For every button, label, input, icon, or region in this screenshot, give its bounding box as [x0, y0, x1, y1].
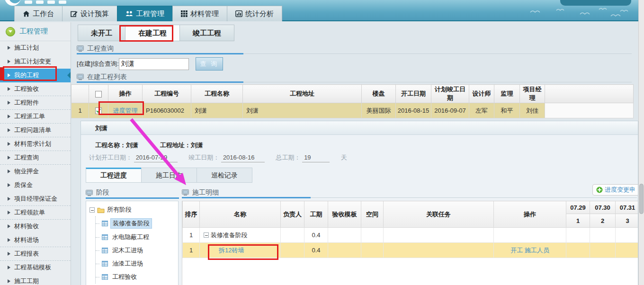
select-all-checkbox[interactable]: [95, 91, 102, 98]
tab-inspection-record[interactable]: 巡检记录: [197, 168, 252, 183]
sidebar-item-plan-change[interactable]: 施工计划变更: [0, 55, 71, 69]
sidebar-item-property-deposit[interactable]: 物业押金: [0, 165, 71, 178]
tree-item-label: 水电隐蔽工程: [110, 232, 151, 242]
row-start-date: 2016-08-15: [396, 103, 431, 118]
monitor-icon: [182, 189, 189, 196]
tree-item-stage[interactable]: 工程验收: [96, 270, 178, 284]
sidebar: 工程管理 施工计划 施工计划变更 我的工程 工程验收 工程附件 工程派工单 工程…: [0, 22, 71, 285]
plus-icon: [596, 187, 603, 193]
start-work-link[interactable]: 开工: [510, 247, 523, 254]
sidebar-item-dispatch-order[interactable]: 工程派工单: [0, 110, 71, 124]
cell-responsible: [281, 243, 304, 258]
row-checkbox[interactable]: [95, 107, 102, 114]
col-project-address: 工程地址: [243, 85, 362, 103]
tree-root-label: 所有阶段: [107, 205, 132, 214]
sidebar-item-construction-duration[interactable]: 施工工期: [0, 275, 71, 285]
sidebar-item-material-entry[interactable]: 材料进场: [0, 233, 71, 247]
tree-item-stage[interactable]: 泥木工进场: [96, 244, 178, 257]
duration-unit: 天: [341, 154, 347, 161]
project-list-table: 操作 工程编号 工程名称 工程地址 楼盘 开工日期 计划竣工日期 设计师 监理 …: [71, 84, 634, 118]
tree-item-label: 油漆工进场: [110, 259, 145, 268]
sidebar-item-project-acceptance[interactable]: 工程验收: [0, 82, 71, 96]
nav-tab-statistics[interactable]: 统计分析: [227, 6, 282, 21]
sidebar-item-material-demand-plan[interactable]: 材料需求计划: [0, 137, 71, 151]
collapse-icon[interactable]: [204, 232, 209, 238]
tree-item-stage[interactable]: 装修准备阶段: [96, 216, 178, 231]
nav-tab-workbench[interactable]: 工作台: [14, 6, 62, 21]
row-project-code: P1606030002: [143, 103, 191, 118]
nav-tab-design-budget[interactable]: 设计预算: [62, 6, 117, 21]
project-info-line: 工程名称：刘潇 工程地址：刘潇: [95, 141, 203, 150]
detail-tabs: 工程进度 施工日志 巡检记录: [86, 168, 252, 183]
row-project-name: 刘潇: [191, 103, 243, 118]
sidebar-item-my-projects[interactable]: 我的工程: [0, 69, 71, 82]
main-content: 未开工 在建工程 竣工工程 工程查询 [在建]综合查询: 查 询 在建工程列表 …: [71, 22, 638, 285]
birds-decoration: [528, 6, 632, 20]
search-label: [在建]综合查询:: [77, 60, 119, 68]
cell-operation: 开工 施工人员: [494, 243, 566, 258]
tree-root-node[interactable]: 所有阶段: [86, 201, 178, 215]
col-project-manager: 项目经理: [520, 85, 545, 103]
tab-in-progress[interactable]: 在建工程: [125, 25, 179, 41]
vertical-scrollbar[interactable]: [638, 0, 644, 285]
sidebar-item-base-template[interactable]: 工程基础模板: [0, 261, 71, 275]
section-header-construction-detail: 施工明细: [182, 187, 637, 198]
collapse-icon[interactable]: [89, 207, 95, 213]
section-title: 工程查询: [87, 45, 114, 53]
table-icon: [102, 274, 108, 280]
sidebar-item-material-acceptance[interactable]: 材料验收: [0, 220, 71, 233]
tree-item-stage[interactable]: 水电隐蔽工程: [96, 231, 178, 244]
col-space: 空间: [361, 201, 384, 228]
progress-change-request-button[interactable]: 进度变更申: [592, 184, 638, 196]
search-button[interactable]: 查 询: [196, 57, 223, 71]
sidebar-item-project-report[interactable]: 工程报表: [0, 247, 71, 261]
sidebar-item-issue-list[interactable]: 工程问题清单: [0, 124, 71, 137]
top-header-bar: 工作台 设计预算 工程管理 材料管理 统计分析: [0, 0, 644, 21]
tab-completed[interactable]: 竣工工程: [179, 25, 234, 41]
tab-project-progress[interactable]: 工程进度: [86, 168, 141, 183]
sidebar-item-quality-deposit[interactable]: 质保金: [0, 178, 71, 192]
project-addr-label: 工程地址：: [160, 142, 191, 149]
folder-icon: [97, 207, 105, 213]
tree-item-stage[interactable]: 油漆工进场: [96, 257, 178, 270]
col-name: 名称: [200, 201, 281, 228]
tab-construction-log[interactable]: 施工日志: [141, 168, 197, 183]
col-start-date: 开工日期: [396, 85, 431, 103]
cell-day-3: [616, 228, 639, 243]
tab-not-started[interactable]: 未开工: [78, 25, 125, 41]
sidebar-group-title: 工程管理: [19, 27, 48, 36]
col-select-all: [89, 85, 108, 103]
nav-tab-label: 工作台: [33, 9, 54, 18]
table-icon: [102, 234, 108, 240]
col-day-2: 2: [590, 214, 616, 228]
sidebar-item-pm-deposit[interactable]: 项目经理保证金: [0, 192, 71, 206]
nav-tab-project-management[interactable]: 工程管理: [117, 6, 172, 21]
tree-item-label: 泥木工进场: [110, 246, 145, 255]
sidebar-item-payment-order[interactable]: 工程领款单: [0, 206, 71, 220]
task-name-link[interactable]: 拆12砖墙: [204, 246, 244, 255]
sidebar-item-construction-plan[interactable]: 施工计划: [0, 41, 71, 55]
sidebar-item-project-query[interactable]: 工程查询: [0, 151, 71, 165]
table-row: 1 进度管理 P1606030002 刘潇 刘潇 美丽国际 2016-08-15…: [72, 103, 634, 118]
tree-children: 装修准备阶段 水电隐蔽工程 泥木工进场 油漆工进场: [95, 216, 178, 284]
detail-header-row-1: 排序 名称 负责人 工期 验收模板 空间 关联任务 操作 07.29 07.30…: [183, 201, 639, 214]
workers-link[interactable]: 施工人员: [525, 247, 549, 254]
sidebar-group-header[interactable]: 工程管理: [0, 22, 71, 41]
cell-template: [328, 243, 361, 258]
sidebar-item-project-attachment[interactable]: 工程附件: [0, 96, 71, 110]
cell-task-name: 拆12砖墙: [200, 243, 281, 258]
construction-detail-table: 排序 名称 负责人 工期 验收模板 空间 关联任务 操作 07.29 07.30…: [182, 201, 638, 258]
plan-start-value: 2016-07-29: [134, 154, 178, 162]
app-logo: [5, 0, 21, 6]
progress-management-link[interactable]: 进度管理: [113, 107, 138, 114]
cell-space: [361, 243, 384, 258]
row-extra-cell: [545, 103, 634, 118]
search-input[interactable]: [119, 58, 189, 70]
nav-tab-material-management[interactable]: 材料管理: [172, 6, 227, 21]
scrollbar-thumb[interactable]: [639, 184, 644, 214]
table-icon: [102, 221, 108, 226]
cell-duration: 0.4: [304, 228, 328, 243]
monitor-icon: [77, 45, 84, 52]
finish-label: 竣工日期：: [188, 154, 219, 161]
col-project-code: 工程编号: [143, 85, 191, 103]
